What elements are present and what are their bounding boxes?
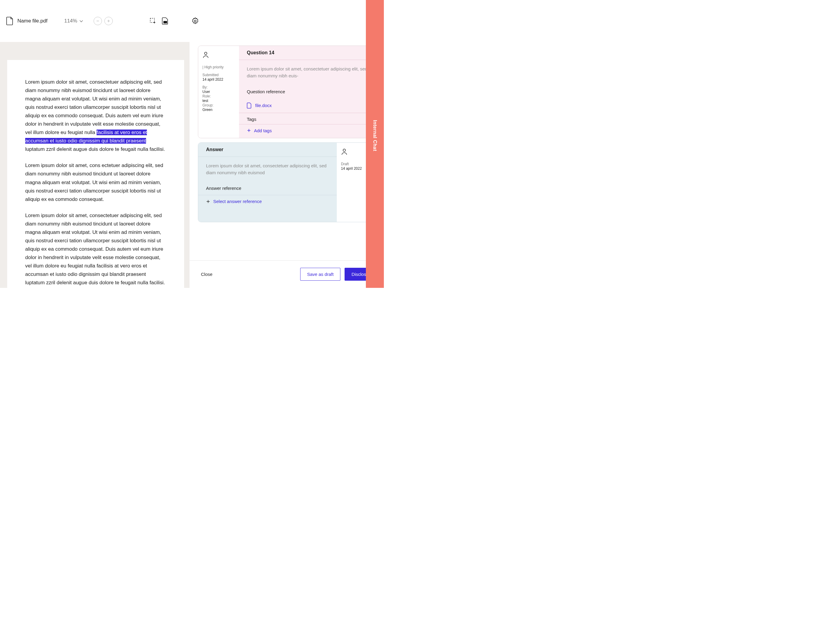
answer-reference-label: Answer reference	[198, 184, 337, 195]
question-reference-file[interactable]: file.docx	[239, 98, 377, 113]
svg-point-1	[194, 20, 196, 22]
close-button[interactable]: Close	[198, 272, 212, 277]
role-value: test	[202, 99, 235, 103]
svg-point-2	[205, 52, 207, 55]
question-title: Question 14	[239, 46, 377, 60]
answer-text[interactable]: Lorem ipsum dolor sit amet, consectetuer…	[198, 157, 337, 184]
gear-icon[interactable]	[191, 17, 199, 25]
toolbar: Name file.pdf 114%	[0, 0, 384, 42]
zoom-in-button[interactable]	[104, 17, 113, 25]
select-answer-reference-label: Select answer reference	[213, 199, 262, 204]
document-pane: Lorem ipsum dolor sit amet, consectetuer…	[0, 42, 189, 288]
by-label: By:	[202, 85, 235, 89]
group-value: Green	[202, 107, 235, 112]
file-badge: Name file.pdf	[6, 16, 47, 25]
submitted-date: 14 april 2022	[202, 77, 235, 82]
svg-point-3	[343, 149, 346, 152]
file-icon	[247, 103, 252, 109]
internal-chat-rail[interactable]: Internal Chat	[366, 0, 384, 288]
footer: Close Save as draft Disclose	[189, 260, 384, 288]
add-tags-button[interactable]: Add tags	[239, 124, 377, 138]
page-fill-icon[interactable]	[162, 17, 169, 25]
question-text: Lorem ipsum dolor sit amet, consectetuer…	[239, 60, 377, 87]
paragraph-1: Lorem ipsum dolor sit amet, consectetuer…	[25, 78, 166, 153]
tags-label: Tags	[239, 113, 377, 124]
add-tags-label: Add tags	[254, 128, 272, 133]
paragraph-3: Lorem ipsum dolor sit amet, consectetuer…	[25, 212, 166, 287]
question-reference-label: Question reference	[239, 87, 377, 98]
chevron-down-icon	[79, 19, 84, 23]
role-label: Role:	[202, 94, 235, 98]
priority-label: | High priority	[202, 65, 235, 69]
answer-title: Answer	[198, 143, 337, 157]
plus-icon	[247, 128, 251, 133]
document-page[interactable]: Lorem ipsum dolor sit amet, consectetuer…	[7, 60, 184, 288]
svg-rect-0	[163, 21, 167, 24]
by-value: User	[202, 90, 235, 94]
submitted-label: Submitted	[202, 73, 235, 77]
file-name: Name file.pdf	[17, 18, 47, 24]
question-card: | High priority Submitted 14 april 2022 …	[198, 46, 378, 138]
paragraph-2: Lorem ipsum dolor sit amet, cons ectetue…	[25, 161, 166, 203]
zoom-out-button[interactable]	[93, 17, 102, 25]
group-label: Group:	[202, 103, 235, 107]
select-answer-reference-button[interactable]: Select answer reference	[198, 195, 337, 222]
selection-tool-icon[interactable]	[149, 17, 156, 25]
file-icon	[6, 16, 14, 25]
save-draft-button[interactable]: Save as draft	[300, 268, 340, 281]
internal-chat-label: Internal Chat	[372, 120, 377, 151]
side-pane: | High priority Submitted 14 april 2022 …	[189, 42, 384, 288]
user-icon	[202, 51, 235, 58]
answer-card: Answer Lorem ipsum dolor sit amet, conse…	[198, 142, 378, 223]
plus-icon	[206, 199, 210, 204]
zoom-control[interactable]: 114%	[64, 18, 83, 24]
question-meta: | High priority Submitted 14 april 2022 …	[198, 46, 239, 138]
zoom-level: 114%	[64, 18, 77, 24]
reference-file-name: file.docx	[255, 103, 272, 108]
